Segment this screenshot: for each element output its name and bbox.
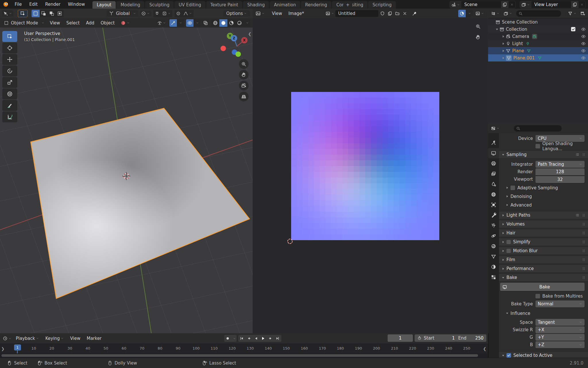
scrollbar-handle[interactable] (1, 354, 478, 357)
workspace-tab[interactable]: Sculpting (145, 1, 174, 9)
snap-toggle-button[interactable] (153, 10, 161, 17)
sidebar-collapse-arrow[interactable]: ❮ (248, 32, 252, 36)
menu-item[interactable]: File (11, 2, 26, 7)
menu-item[interactable]: View (47, 20, 63, 26)
panel-header[interactable]: Light Paths (499, 211, 588, 219)
tab-constraints[interactable] (488, 241, 499, 251)
panel-header[interactable]: Performance (499, 265, 588, 273)
tool-scale[interactable] (2, 77, 17, 88)
collection-checkbox[interactable] (571, 27, 575, 31)
panel-header[interactable]: Hair (499, 229, 588, 237)
selected-to-active-checkbox[interactable] (506, 353, 511, 358)
gizmo-axis-x[interactable]: X (241, 37, 247, 43)
eye-icon[interactable] (581, 56, 586, 60)
menu-item[interactable]: Select (63, 20, 83, 26)
panel-sampling-header[interactable]: Sampling (499, 151, 588, 159)
tab-object-data[interactable] (488, 251, 499, 262)
presets-icon[interactable] (575, 153, 579, 157)
gizmo-axis-x-neg[interactable] (220, 46, 226, 51)
disclosure-triangle-icon[interactable] (501, 34, 505, 38)
camera-view-button[interactable] (239, 81, 249, 90)
workspace-tab[interactable]: Texture Paint (206, 1, 243, 9)
panel-bake-header[interactable]: Bake (499, 273, 588, 282)
subpanel-header[interactable]: Denoising (499, 192, 588, 200)
subpanel-header[interactable]: Adaptive Sampling (499, 184, 588, 192)
show-gizmo-toggle[interactable] (169, 19, 177, 27)
select-mode-extend-button[interactable] (40, 10, 48, 17)
bake-from-multires-checkbox[interactable] (535, 294, 540, 298)
plane-object[interactable] (31, 108, 249, 298)
add-workspace-button[interactable]: + (343, 1, 352, 9)
select-mode-subtract-button[interactable] (48, 10, 56, 17)
shading-rendered-button[interactable] (235, 19, 243, 27)
remove-view-layer-button[interactable] (579, 3, 585, 6)
editor-type-button[interactable] (490, 11, 501, 16)
tool-annotate[interactable] (2, 100, 17, 111)
image-mode-dropdown[interactable] (466, 10, 473, 17)
fake-user-toggle[interactable] (379, 11, 386, 16)
tab-particles[interactable] (488, 220, 499, 231)
filter-dropdown[interactable] (567, 11, 578, 16)
disclosure-triangle-icon[interactable] (501, 42, 505, 46)
panel-header[interactable]: Simplify (499, 238, 588, 246)
menu-item[interactable]: Window (64, 2, 89, 7)
bake-button[interactable]: Bake (500, 283, 585, 291)
tool-rotate[interactable] (2, 65, 17, 76)
menu-item[interactable]: View (67, 336, 84, 341)
eye-icon[interactable] (581, 41, 586, 46)
xray-toggle[interactable] (202, 20, 209, 26)
unlink-image-button[interactable] (401, 11, 408, 16)
active-tool-button[interactable] (18, 10, 28, 17)
menu-item[interactable]: Image* (285, 11, 307, 16)
workspace-tab[interactable]: Rendering (301, 1, 332, 9)
eye-icon[interactable] (581, 27, 586, 32)
properties-search-input[interactable] (514, 125, 562, 132)
menu-item[interactable]: Marker (84, 336, 105, 341)
timeline-ruler[interactable]: 1020304050607080901001101201301401501601… (0, 344, 488, 354)
subpanel-influence-header[interactable]: Influence (499, 309, 588, 317)
space-dropdown[interactable]: Tangent (535, 319, 585, 326)
outliner-row[interactable]: Plane.001 (488, 54, 588, 61)
tool-move[interactable] (2, 54, 17, 65)
workspace-tab[interactable]: Animation (270, 1, 300, 9)
mode-options-dropdown[interactable] (119, 20, 131, 26)
outliner-row[interactable]: Camera (488, 33, 588, 40)
snap-target-dropdown[interactable] (161, 10, 172, 17)
search-input[interactable] (516, 10, 561, 17)
workspace-tab[interactable]: Shading (243, 1, 269, 9)
tool-measure[interactable] (2, 111, 17, 122)
eye-icon[interactable] (581, 34, 586, 39)
open-image-button[interactable] (394, 11, 401, 16)
workspace-tab[interactable]: Layout (92, 1, 116, 9)
shading-wireframe-button[interactable] (211, 19, 219, 27)
workspace-tab[interactable]: Modeling (116, 1, 144, 9)
gizmo-dropdown[interactable] (177, 19, 184, 27)
workspace-tab[interactable]: UV Editing (174, 1, 205, 9)
tool-select-box[interactable] (2, 31, 17, 42)
viewport-samples-field[interactable]: 32 (535, 176, 585, 183)
menu-item[interactable]: Render (41, 2, 64, 7)
shading-material-button[interactable] (227, 19, 235, 27)
menu-item[interactable]: Edit (26, 2, 41, 7)
select-mode-intersect-button[interactable] (56, 10, 64, 17)
outliner-row[interactable]: Plane (488, 47, 588, 54)
editor-type-button[interactable] (2, 10, 13, 17)
swizzle-dropdown[interactable]: +X (535, 326, 585, 333)
new-image-button[interactable] (386, 11, 393, 16)
play-button[interactable] (260, 335, 267, 342)
collapse-arrow[interactable]: ❮ (483, 346, 486, 351)
menu-item[interactable]: Object (97, 20, 118, 26)
keying-dropdown[interactable] (231, 335, 237, 342)
new-view-layer-button[interactable] (571, 1, 579, 8)
unlink-scene-button[interactable] (508, 3, 515, 6)
tab-object[interactable] (488, 200, 499, 210)
ortho-toggle-button[interactable] (239, 92, 249, 101)
image-canvas[interactable] (253, 18, 488, 333)
render-samples-field[interactable]: 128 (535, 168, 585, 175)
frame-start-field[interactable]: Start1 (415, 334, 458, 342)
tool-cursor[interactable] (2, 43, 17, 53)
panel-header[interactable]: Volumes (499, 220, 588, 228)
subpanel-checkbox[interactable] (510, 186, 515, 190)
menu-item[interactable]: View (269, 11, 285, 16)
zoom-button[interactable] (474, 22, 482, 31)
